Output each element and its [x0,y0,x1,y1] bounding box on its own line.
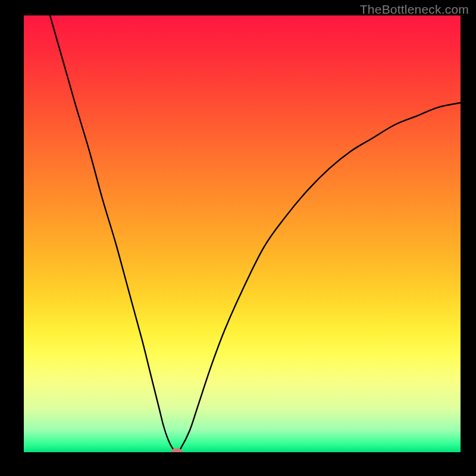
chart-frame: TheBottleneck.com [0,0,476,476]
watermark-text: TheBottleneck.com [360,2,469,17]
plot-area [24,15,461,452]
bottleneck-curve [50,15,461,452]
optimum-marker [171,449,183,453]
curve-svg [24,15,461,452]
